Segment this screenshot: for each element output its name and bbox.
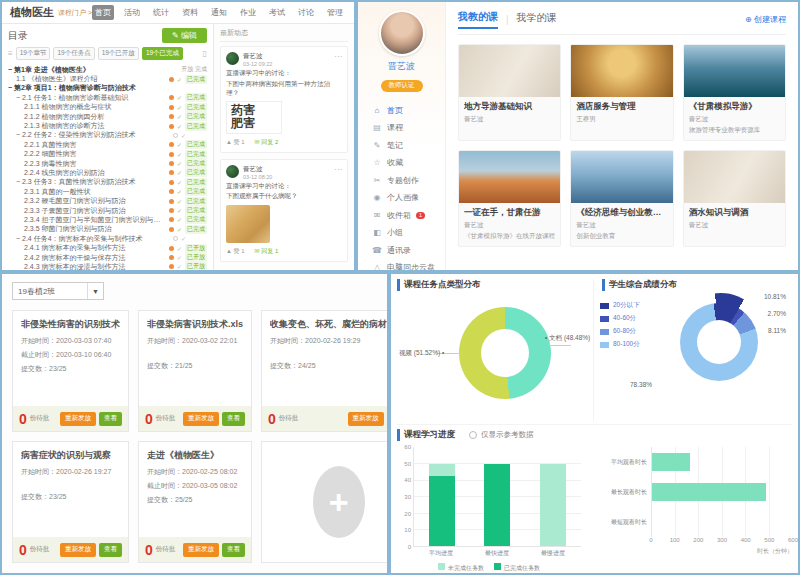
toc-row[interactable]: − 2.2 任务2：侵染性病害识别防治技术 ✓ <box>8 131 207 140</box>
course-tab-8[interactable]: 管理 <box>324 5 346 20</box>
sidebar-item-notes[interactable]: ✎ 笔记 <box>372 137 445 155</box>
post-image-photo[interactable] <box>226 205 270 243</box>
user-avatar[interactable] <box>379 10 425 56</box>
view-button[interactable]: 查看 <box>222 412 245 426</box>
more-icon[interactable]: ⋯ <box>334 165 342 174</box>
legend-todo[interactable]: 未完成任务数 <box>438 563 484 573</box>
toc-row[interactable]: 2.4.2 病害标本的干燥与保存方法 ✓ 已开放 <box>8 253 207 262</box>
toc-row[interactable]: 2.3.5 卵菌门病害识别与防治 ✓ 已完成 <box>8 225 207 234</box>
homework-card[interactable]: 非侵染病害识别技术.xls 开始时间：2020-03-02 22:01 提交数：… <box>138 310 252 432</box>
tab-my-teaching[interactable]: 我教的课 <box>458 10 498 29</box>
view-button[interactable]: 查看 <box>99 412 122 426</box>
sidebar-item-courses[interactable]: ▤ 课程 <box>372 119 445 137</box>
toc-row[interactable]: 2.1.2 植物病害的病因分析 ✓ 已完成 <box>8 112 207 121</box>
progress-bar-1[interactable] <box>484 464 510 546</box>
toc-row[interactable]: 2.2.1 真菌性病害 ✓ 已完成 <box>8 140 207 149</box>
drag-handle-icon[interactable]: ≡ <box>8 49 13 58</box>
toc-row[interactable]: 2.3.3 子囊菌亚门病害识别与防治 ✓ 已完成 <box>8 206 207 215</box>
more-icon[interactable]: ⋯ <box>334 52 342 61</box>
sidebar-item-topics[interactable]: ✂ 专题创作 <box>372 172 445 190</box>
like-button[interactable]: ▲ 赞 1 <box>226 247 245 256</box>
homework-card[interactable]: 收集变色、坏死、腐烂的病材图 … 开始时间：2020-02-26 19:29 提… <box>261 310 389 432</box>
create-course-link[interactable]: ⊕ 创建课程 <box>745 14 786 25</box>
course-card[interactable]: 《甘肃模拟导游》 晋艺波 旅游管理专业教学资源库 <box>683 44 786 141</box>
course-card[interactable]: 地方导游基础知识 晋艺波 <box>458 44 561 141</box>
homework-card[interactable]: 非侵染性病害的识别技术 开始时间：2020-03-03 07:40截止时间：20… <box>12 310 129 432</box>
toc-row[interactable]: − 第2章 项目1：植物病害诊断与防治技术 <box>8 84 207 93</box>
course-tab-6[interactable]: 考试 <box>266 5 288 20</box>
view-button[interactable]: 查看 <box>222 543 245 557</box>
view-button[interactable]: 查看 <box>99 543 122 557</box>
course-card[interactable]: 酒水知识与调酒 晋艺波 <box>683 150 786 247</box>
legend-item[interactable]: 20分以下 <box>600 299 640 312</box>
toc-row[interactable]: − 2.1 任务1：植物病害诊断基础知识 ✓ 已完成 <box>8 93 207 102</box>
course-tab-2[interactable]: 统计 <box>150 5 172 20</box>
sidebar-item-portrait[interactable]: ◉ 个人画像 <box>372 189 445 207</box>
legend-done[interactable]: 已完成任务数 <box>494 563 540 573</box>
resend-button[interactable]: 重新发放 <box>183 412 219 426</box>
legend-item[interactable]: 80-100分 <box>600 338 640 351</box>
sidebar-item-inbox[interactable]: ✉ 收件箱 1 <box>372 207 445 225</box>
toc-row[interactable]: − 2.3 任务3：真菌性病害识别防治技术 ✓ 已完成 <box>8 178 207 187</box>
toc-row[interactable]: 2.3.1 真菌的一般性状 ✓ 已完成 <box>8 187 207 196</box>
progress-bar-2[interactable] <box>540 464 566 546</box>
feed-card[interactable]: 晋艺波 03-12 09:22 ⋯ 直播课学习中的讨论： 下图中两种病害如何用第… <box>220 46 348 153</box>
course-card[interactable]: 《经济思维与创业教育》 晋艺波 创新创业教育 <box>570 150 673 247</box>
taskpoint-icon <box>169 255 174 260</box>
sidebar-item-groups[interactable]: ◧ 小组 <box>372 224 445 242</box>
homework-card[interactable]: 病害症状的识别与观察 开始时间：2020-02-26 19:27 提交数：23/… <box>12 441 129 563</box>
course-tab-4[interactable]: 通知 <box>208 5 230 20</box>
like-button[interactable]: ▲ 赞 1 <box>226 138 245 147</box>
toc-row[interactable]: 2.3.4 担子菌亚门与半知菌亚门病害识别与防治 ✓ 已完成 <box>8 215 207 224</box>
resend-button[interactable]: 重新发放 <box>348 412 384 426</box>
toc-chip-1[interactable]: 19个任务点 <box>53 47 94 60</box>
toc-row[interactable]: 2.4.1 病害标本的采集与制作方法 ✓ 已开放 <box>8 243 207 252</box>
sidebar-item-favorites[interactable]: ☆ 收藏 <box>372 154 445 172</box>
tab-my-learning[interactable]: 我学的课 <box>517 11 557 28</box>
class-select[interactable]: 19春植2班 ▼ <box>12 282 104 300</box>
course-card[interactable]: 酒店服务与管理 王赛男 <box>570 44 673 141</box>
resend-button[interactable]: 重新发放 <box>183 543 219 557</box>
toc-row[interactable]: 2.3.2 鞭毛菌亚门病害识别与防治 ✓ 已完成 <box>8 196 207 205</box>
homework-card[interactable]: 走进《植物医生》 开始时间：2020-02-25 08:02截止时间：2020-… <box>138 441 252 563</box>
reply-button[interactable]: ✉ 回复 2 <box>255 138 279 147</box>
sidebar-item-contacts[interactable]: ☎ 通讯录 <box>372 242 445 260</box>
duration-bar-0[interactable] <box>652 453 690 471</box>
toc-chip-2[interactable]: 19个已开放 <box>98 47 139 60</box>
course-tab-0[interactable]: 首页 <box>92 5 114 20</box>
toc-chip-0[interactable]: 19个章节 <box>16 47 51 60</box>
duration-bar-1[interactable] <box>652 483 766 501</box>
toc-row[interactable]: 2.2.3 病毒性病害 ✓ 已完成 <box>8 159 207 168</box>
reference-data-checkbox[interactable]: 仅显示参考数据 <box>469 430 534 440</box>
sidebar-item-clouddisk[interactable]: △ 电脑同步云盘 <box>372 259 445 272</box>
add-homework-card[interactable]: + <box>261 441 389 563</box>
reply-button[interactable]: ✉ 回复 1 <box>255 247 279 256</box>
legend-item[interactable]: 60-80分 <box>600 325 640 338</box>
feed-card[interactable]: 晋艺波 03-12 08:20 ⋯ 直播课学习中的讨论： 下图观察属于什么病呢？… <box>220 159 348 263</box>
toc-row[interactable]: 2.2.4 线虫病害的识别防治 ✓ 已完成 <box>8 168 207 177</box>
toc-row[interactable]: 2.1.1 植物病害的概念与症状 ✓ 已完成 <box>8 103 207 112</box>
user-name[interactable]: 晋艺波 <box>358 60 445 73</box>
resend-button[interactable]: 重新发放 <box>60 543 96 557</box>
course-tab-7[interactable]: 讨论 <box>295 5 317 20</box>
sidebar-item-home[interactable]: ⌂ 首页 <box>372 102 445 120</box>
edit-button[interactable]: ✎ 编辑 <box>162 28 207 43</box>
course-tab-3[interactable]: 资料 <box>179 5 201 20</box>
course-tab-1[interactable]: 活动 <box>121 5 143 20</box>
toc-row[interactable]: 1.1 《植物医生》课程介绍 ✓ 已完成 <box>8 74 207 83</box>
resend-button[interactable]: 重新发放 <box>60 412 96 426</box>
course-portal-link[interactable]: 课程门户 > <box>58 8 92 18</box>
post-image-text[interactable]: 药害肥害 <box>226 101 282 133</box>
toc-row[interactable]: − 2.4 任务4：病害标本的采集与制作技术 ✓ <box>8 234 207 243</box>
list-icon[interactable]: ▯ <box>203 49 207 58</box>
legend-item[interactable]: 40-60分 <box>600 312 640 325</box>
toc-row[interactable]: 2.2.2 细菌性病害 ✓ 已完成 <box>8 150 207 159</box>
course-card[interactable]: 一证在手，甘肃任游 晋艺波 《甘肃模拟导游》在线开放课程 <box>458 150 561 247</box>
progress-bar-0[interactable] <box>429 464 455 546</box>
toc-row[interactable]: 2.1.3 植物病害的诊断方法 ✓ 已完成 <box>8 121 207 130</box>
toc-row[interactable]: 2.4.3 病害标本的浸渍与制作方法 ✓ 已开放 <box>8 262 207 271</box>
toc-chip-3[interactable]: 19个已完成 <box>142 47 183 60</box>
toc-row[interactable]: − 第1章 走进《植物医生》开放 完成 <box>8 65 207 74</box>
x-tick: 500 <box>764 537 774 543</box>
course-tab-5[interactable]: 作业 <box>237 5 259 20</box>
